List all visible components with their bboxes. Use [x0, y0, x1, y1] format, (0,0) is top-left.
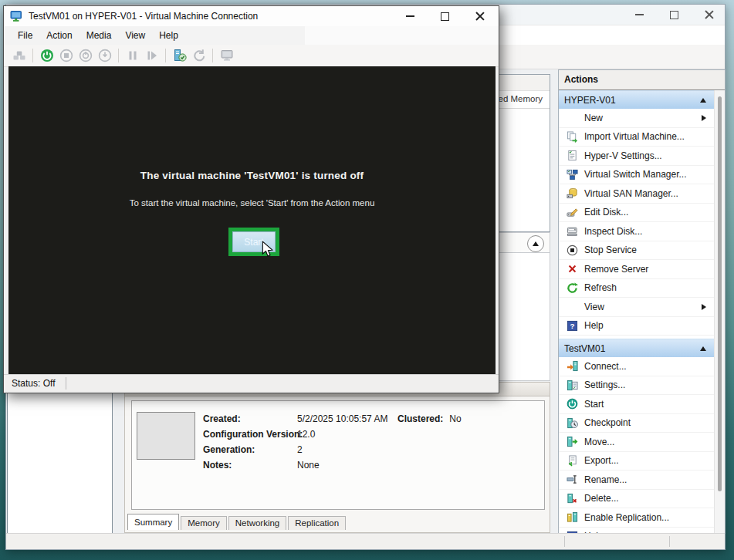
close-icon[interactable] [475, 12, 485, 21]
edit-disk-icon [566, 206, 578, 218]
statusbar-divider [66, 377, 66, 390]
save-icon [98, 49, 112, 62]
details-tabs: SummaryMemoryNetworkingReplication [127, 514, 347, 530]
action-item-help[interactable]: ?Help [559, 528, 714, 534]
statusbar-divider [564, 536, 565, 547]
action-item-import-virtual-machine[interactable]: Import Virtual Machine... [559, 128, 714, 147]
actions-scrollbar[interactable] [714, 90, 725, 533]
shut-down-icon [79, 49, 93, 62]
detail-field-notes: Notes:None [203, 457, 387, 473]
tab-summary[interactable]: Summary [127, 514, 179, 530]
actions-group-testvm01[interactable]: TestVM01 [559, 339, 714, 357]
vm-connection-statusbar: Status: Off [4, 374, 499, 392]
detail-field-clustered: Clustered: No [397, 411, 462, 427]
action-item-view[interactable]: View [559, 298, 714, 317]
action-item-label: Checkpoint [584, 417, 714, 428]
action-item-settings[interactable]: Settings... [559, 376, 714, 396]
action-item-label: Settings... [584, 380, 714, 390]
action-item-edit-disk[interactable]: Edit Disk... [559, 204, 714, 223]
action-item-label: Connect... [584, 361, 714, 372]
action-item-label: New [584, 113, 702, 123]
turn-off-icon [59, 49, 73, 62]
action-item-checkpoint[interactable]: Checkpoint [559, 414, 714, 433]
action-item-refresh[interactable]: Refresh [559, 279, 714, 299]
action-item-virtual-switch-manager[interactable]: Virtual Switch Manager... [559, 166, 714, 185]
action-item-export[interactable]: Export... [559, 452, 714, 471]
import-icon [566, 130, 578, 143]
ctrl-alt-delete-icon [12, 49, 26, 62]
pause-button[interactable] [123, 47, 142, 65]
action-item-delete[interactable]: Delete... [559, 490, 714, 509]
enhanced-session-icon [220, 49, 234, 62]
vm-connection-titlebar: TestVM01 on HYPER-V01 - Virtual Machine … [4, 6, 499, 26]
menu-media[interactable]: Media [79, 26, 119, 45]
field-value: 12.0 [297, 429, 315, 440]
checkpoint-icon [173, 49, 187, 62]
virtual-san-icon [566, 187, 578, 200]
ctrl-alt-delete-button[interactable] [9, 47, 29, 65]
minimize-icon[interactable] [635, 14, 644, 15]
collapse-group-icon [700, 346, 706, 351]
action-item-rename[interactable]: Rename... [559, 471, 714, 490]
field-label: Generation: [203, 444, 297, 455]
menu-file[interactable]: File [11, 26, 39, 45]
remove-server-icon [566, 263, 578, 275]
action-item-hyper-v-settings[interactable]: Hyper-V Settings... [559, 147, 714, 166]
action-item-label: Refresh [584, 282, 714, 293]
enhanced-session-button[interactable] [217, 47, 236, 65]
save-button[interactable] [95, 47, 114, 65]
action-item-remove-server[interactable]: Remove Server [559, 260, 714, 279]
tab-replication[interactable]: Replication [288, 516, 346, 530]
action-item-inspect-disk[interactable]: Inspect Disk... [559, 222, 714, 241]
action-item-stop-service[interactable]: Stop Service [559, 241, 714, 261]
field-value: 5/2/2025 10:05:57 AM [297, 413, 387, 424]
actions-group-label: HYPER-V01 [564, 95, 700, 106]
maximize-icon[interactable] [441, 12, 449, 21]
revert-icon [192, 49, 206, 62]
field-label: Clustered: [397, 413, 443, 424]
action-item-label: Export... [584, 455, 714, 466]
checkpoint-button[interactable] [170, 47, 189, 65]
revert-button[interactable] [189, 47, 208, 65]
close-icon[interactable] [705, 10, 714, 19]
menu-help[interactable]: Help [152, 26, 185, 45]
window-title: TestVM01 on HYPER-V01 - Virtual Machine … [29, 11, 258, 22]
menu-view[interactable]: View [118, 26, 152, 45]
pause-icon [126, 49, 140, 62]
tab-memory[interactable]: Memory [181, 516, 227, 530]
stop-service-icon [566, 244, 578, 256]
field-value: No [449, 413, 461, 424]
action-item-label: Remove Server [584, 264, 714, 275]
action-item-enable-replication[interactable]: Enable Replication... [559, 508, 714, 528]
action-item-label: Start [584, 399, 714, 410]
minimize-icon[interactable] [406, 15, 414, 17]
turn-off-button[interactable] [56, 47, 76, 65]
vm-connection-icon [10, 10, 22, 22]
scrollbar-thumb[interactable] [718, 96, 722, 491]
actions-list: HYPER-V01NewImport Virtual Machine...Hyp… [559, 90, 714, 533]
detail-field-generation: Generation:2 [203, 442, 387, 457]
enable-replication-icon [566, 511, 578, 524]
export-icon [566, 454, 578, 467]
action-item-connect[interactable]: Connect... [559, 357, 714, 376]
action-item-virtual-san-manager[interactable]: Virtual SAN Manager... [559, 184, 714, 204]
start-icon [40, 49, 54, 62]
vm-thumbnail [137, 412, 195, 460]
collapse-panel-button[interactable] [527, 235, 544, 252]
vm-console-screen: The virtual machine 'TestVM01' is turned… [8, 66, 496, 374]
svg-text:?: ? [570, 322, 574, 330]
field-value: 2 [297, 444, 303, 455]
action-item-help[interactable]: ?Help [559, 317, 714, 336]
action-item-start[interactable]: Start [559, 395, 714, 414]
menu-action[interactable]: Action [39, 26, 79, 45]
action-item-move[interactable]: Move... [559, 433, 714, 452]
action-item-new[interactable]: New [559, 109, 714, 128]
resume-step-button[interactable] [142, 47, 161, 65]
action-item-label: Import Virtual Machine... [584, 131, 714, 142]
details-body: Created:5/2/2025 10:05:57 AMConfiguratio… [124, 396, 550, 533]
start-button[interactable] [37, 47, 56, 65]
actions-group-hyper-v01[interactable]: HYPER-V01 [559, 90, 714, 109]
tab-networking[interactable]: Networking [228, 516, 287, 530]
maximize-icon[interactable] [670, 11, 678, 19]
shut-down-button[interactable] [76, 47, 95, 65]
